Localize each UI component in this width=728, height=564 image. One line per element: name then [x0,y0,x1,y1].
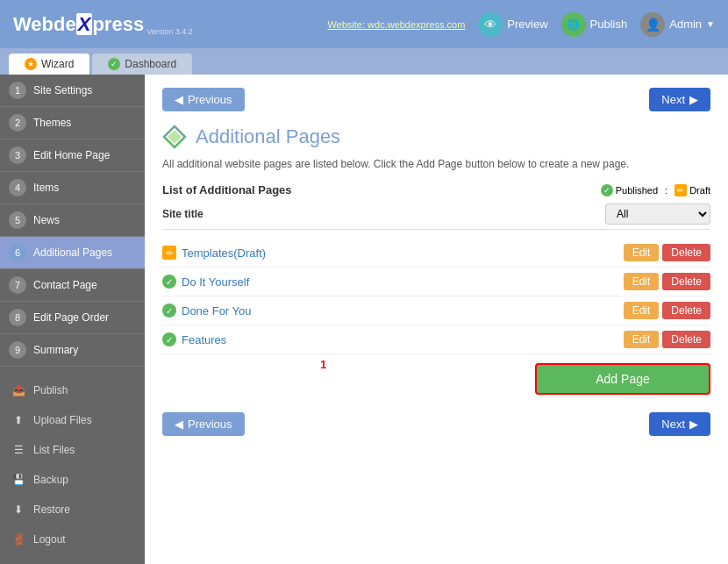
top-nav-row: ◀ Previous Next ▶ [162,88,710,111]
top-prev-label: Previous [188,93,232,106]
legend-published-label: Published [616,185,658,196]
logo: WebdeXpress Version 3.4.2 [13,13,193,36]
prev-arrow-icon: ◀ [175,93,183,106]
wizard-tab-icon: ★ [25,58,37,70]
sidebar-item-themes[interactable]: 2 Themes [0,107,145,139]
sidebar-action-upload-label: Upload Files [33,414,92,426]
page-row-left-1: ✓ Do It Yourself [162,275,624,289]
sidebar-item-news[interactable]: 5 News [0,204,145,237]
delete-button-2[interactable]: Delete [662,302,710,319]
sidebar-num-7: 7 [9,276,26,294]
table-row: ✓ Features Edit Delete [162,325,710,354]
sidebar-item-items[interactable]: 4 Items [0,172,145,204]
sidebar-action-restore-label: Restore [33,503,70,516]
bottom-next-arrow-icon: ▶ [689,418,698,431]
sidebar-action-list-label: List Files [33,444,75,456]
delete-button-3[interactable]: Delete [662,331,710,348]
bottom-next-button[interactable]: Next ▶ [649,412,710,436]
add-page-button[interactable]: Add Page [535,363,710,395]
sidebar-action-backup[interactable]: 💾 Backup [0,465,145,495]
tab-bar: ★ Wizard ✓ Dashboard [0,48,728,75]
sidebar-action-list-files[interactable]: ☰ List Files [0,435,145,465]
content-area: ◀ Previous Next ▶ Additional Pages All a… [145,75,728,564]
page-row-actions-3: Edit Delete [624,331,710,348]
edit-button-2[interactable]: Edit [624,302,660,319]
status-filter-select[interactable]: All Published Draft [605,203,710,225]
legend: ✓ Published : ✏ Draft [601,184,710,196]
sidebar-label-site-settings: Site Settings [33,84,92,96]
page-row-left-0: ✏ Templates(Draft) [162,246,624,260]
sidebar-num-8: 8 [9,309,26,326]
bottom-nav-row: ◀ Previous Next ▶ [162,412,710,436]
website-link[interactable]: Website: wdc.webdexpress.com [327,19,465,30]
sidebar-item-additional-pages[interactable]: 6 Additional Pages [0,237,145,269]
bottom-previous-button[interactable]: ◀ Previous [162,412,245,436]
sidebar: 1 Site Settings 2 Themes 3 Edit Home Pag… [0,75,145,564]
tab-dashboard[interactable]: ✓ Dashboard [92,54,192,75]
top-next-label: Next [661,93,685,106]
upload-icon: ⬆ [11,412,26,428]
page-row-left-2: ✓ Done For You [162,303,624,318]
page-name-2[interactable]: Done For You [182,304,252,318]
edit-button-3[interactable]: Edit [624,331,660,348]
publish-icon: 🌐 [561,12,586,37]
admin-button[interactable]: 👤 Admin ▼ [640,12,715,37]
sidebar-num-5: 5 [9,211,26,229]
table-row: ✓ Do It Yourself Edit Delete [162,268,710,296]
sidebar-item-edit-home-page[interactable]: 3 Edit Home Page [0,139,145,172]
logo-version: Version 3.4.2 [146,27,193,36]
sidebar-item-contact-page[interactable]: 7 Contact Page [0,269,145,302]
sidebar-action-publish[interactable]: 📤 Publish [0,375,145,405]
sidebar-label-themes: Themes [33,117,71,129]
page-name-1[interactable]: Do It Yourself [182,275,249,289]
sidebar-action-logout-label: Logout [33,533,66,546]
logout-icon: 🚪 [11,532,26,547]
edit-button-1[interactable]: Edit [624,273,660,290]
status-draft-icon-0: ✏ [162,246,176,260]
page-title: Additional Pages [196,125,340,148]
page-row-actions-1: Edit Delete [624,273,710,290]
sidebar-label-summary: Summary [33,344,78,356]
page-description: All additional website pages are listed … [162,158,710,170]
publish-label: Publish [590,18,628,31]
bottom-next-label: Next [661,418,685,431]
sidebar-num-3: 3 [9,146,26,164]
edit-button-0[interactable]: Edit [624,244,660,261]
status-published-icon-2: ✓ [162,303,176,318]
preview-button[interactable]: 👁 Preview [478,12,547,37]
top-previous-button[interactable]: ◀ Previous [162,88,245,111]
header: WebdeXpress Version 3.4.2 Website: wdc.w… [0,0,728,48]
page-title-row: Additional Pages [162,125,710,149]
admin-label: Admin [669,18,702,31]
bottom-prev-arrow-icon: ◀ [175,418,183,431]
preview-label: Preview [507,18,547,31]
sidebar-label-edit-home-page: Edit Home Page [33,149,110,161]
sidebar-action-upload-files[interactable]: ⬆ Upload Files [0,405,145,435]
draft-icon: ✏ [674,184,687,196]
delete-button-1[interactable]: Delete [662,273,710,290]
page-name-0[interactable]: Templates(Draft) [182,246,266,260]
sidebar-item-edit-page-order[interactable]: 8 Edit Page Order [0,302,145,334]
sidebar-label-edit-page-order: Edit Page Order [33,311,109,324]
page-name-3[interactable]: Features [182,333,226,346]
sidebar-item-summary[interactable]: 9 Summary [0,334,145,367]
legend-draft: ✏ Draft [674,184,710,196]
published-icon: ✓ [601,184,613,196]
tab-wizard[interactable]: ★ Wizard [9,54,89,75]
top-next-button[interactable]: Next ▶ [649,88,710,111]
sidebar-num-2: 2 [9,114,26,132]
delete-button-0[interactable]: Delete [662,244,710,261]
publish-button[interactable]: 🌐 Publish [561,12,628,37]
sidebar-action-logout[interactable]: 🚪 Logout [0,525,145,554]
sidebar-action-restore[interactable]: ⬇ Restore [0,495,145,525]
sidebar-label-additional-pages: Additional Pages [33,246,112,259]
sidebar-footer: Copyright © 2021 PSPinc All Rights Reser… [0,554,145,564]
sidebar-label-news: News [33,214,60,226]
table-row: ✏ Templates(Draft) Edit Delete [162,239,710,268]
site-title-label: Site title [162,208,203,220]
eye-icon: 👁 [478,12,503,37]
list-title: List of Additional Pages [162,183,292,196]
sidebar-item-site-settings[interactable]: 1 Site Settings [0,75,145,107]
sidebar-label-contact-page: Contact Page [33,279,97,291]
admin-chevron-icon: ▼ [706,19,715,29]
